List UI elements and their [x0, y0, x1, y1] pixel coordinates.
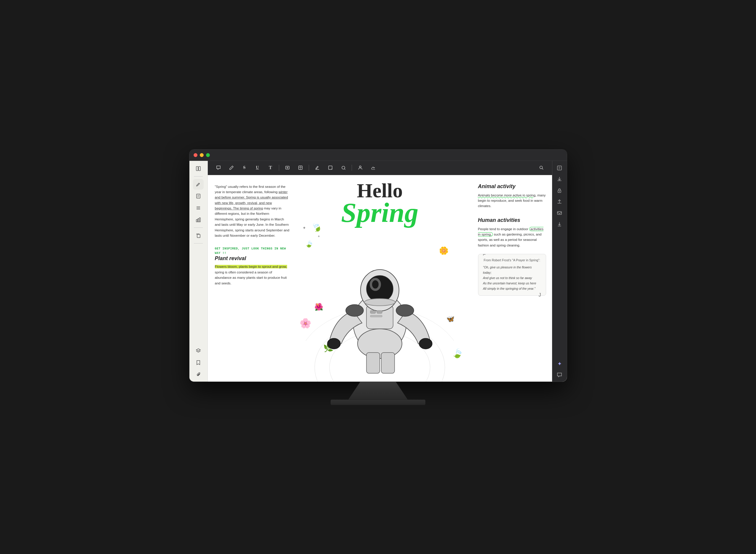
butterfly-deco: 🦋	[446, 315, 454, 323]
svg-point-32	[367, 276, 393, 302]
toolbar-underline-btn[interactable]: U	[253, 163, 262, 172]
toolbar-search-btn[interactable]	[537, 163, 546, 172]
sidebar-icon-list[interactable]	[193, 203, 204, 213]
yellow-leaf-deco: 🍃	[304, 239, 314, 249]
spring-text: Spring	[288, 200, 472, 225]
svg-rect-41	[370, 311, 376, 314]
orange-flower-deco: 🌸	[300, 318, 311, 329]
highlighted-plant-text: Flowers bloom, plants begin to sprout an…	[215, 265, 287, 268]
plant-revival-title: Plant revival	[215, 256, 290, 262]
left-column: "Spring" usually refers to the first sea…	[208, 175, 297, 382]
toolbar-textbox-btn[interactable]	[283, 163, 292, 172]
human-activities-text: People tend to engage in outdoor activit…	[478, 226, 546, 248]
right-sidebar-chat-btn[interactable]	[555, 370, 564, 380]
toolbar: S U T	[208, 161, 552, 175]
svg-point-37	[396, 304, 414, 316]
toolbar-freehand-btn[interactable]	[339, 163, 348, 172]
svg-point-34	[327, 338, 340, 349]
toolbar-sep-2	[309, 165, 309, 171]
sidebar-icon-chart[interactable]	[193, 215, 204, 225]
sidebar-divider-3	[194, 243, 203, 243]
svg-point-24	[540, 166, 542, 169]
intro-text: "Spring" usually refers to the first sea…	[215, 184, 290, 238]
center-area: Hello Spring	[288, 175, 472, 382]
monitor-stand	[349, 382, 407, 400]
monitor-base	[331, 400, 425, 405]
app-body: S U T	[189, 161, 567, 382]
plant-text: Flowers bloom, plants begin to sprout an…	[215, 264, 290, 286]
animal-text-underlined: Animals become more active in spring,	[478, 193, 537, 197]
sidebar-icon-pages[interactable]	[193, 191, 204, 202]
svg-point-44	[364, 298, 395, 306]
plant-revival-section: Get inspired, just look things in new wa…	[215, 246, 290, 286]
toolbar-strikethrough-btn[interactable]: S	[240, 163, 249, 172]
svg-rect-42	[377, 311, 382, 314]
toolbar-pen-btn[interactable]	[227, 163, 236, 172]
right-sidebar-export-btn[interactable]	[555, 174, 564, 184]
toolbar-sign-btn[interactable]	[369, 163, 378, 172]
plant-text-normal: spring is often considered a season of a…	[215, 271, 287, 285]
svg-rect-0	[196, 166, 198, 171]
quote-source: From Robert Frost's "A Prayer in Spring"…	[483, 258, 541, 262]
svg-point-50	[559, 191, 560, 192]
close-button[interactable]	[194, 153, 197, 157]
quote-text: "Oh, give us pleasure in the flowers tod…	[483, 265, 541, 291]
left-sidebar	[189, 161, 208, 382]
right-column: Animal activity Animals become more acti…	[472, 175, 552, 382]
content-wrapper: S U T	[208, 161, 552, 382]
sidebar-divider-2	[194, 227, 203, 228]
svg-rect-10	[198, 219, 199, 222]
svg-rect-51	[557, 212, 562, 215]
star-deco-2: ✦	[317, 234, 320, 238]
title-bar	[189, 150, 567, 161]
svg-point-36	[346, 304, 364, 316]
monitor-container: S U T	[0, 149, 756, 405]
svg-rect-11	[199, 218, 200, 222]
svg-rect-1	[199, 166, 200, 171]
svg-rect-40	[381, 352, 394, 373]
inspired-text: Get inspired, just look things in new wa…	[215, 246, 290, 256]
svg-rect-12	[197, 234, 200, 238]
maximize-button[interactable]	[206, 153, 210, 157]
svg-point-21	[342, 166, 345, 169]
svg-line-25	[542, 169, 543, 170]
hello-spring-heading: Hello Spring	[288, 181, 472, 225]
toolbar-highlight-btn[interactable]	[313, 163, 322, 172]
right-sidebar-mail-btn[interactable]	[555, 208, 564, 218]
toolbar-shape-btn[interactable]	[326, 163, 335, 172]
right-sidebar-ai-btn[interactable]: ✦	[555, 359, 564, 369]
toolbar-table-btn[interactable]	[296, 163, 305, 172]
animal-activity-text: Animals become more active in spring, ma…	[478, 192, 546, 209]
sidebar-icon-copy[interactable]	[193, 230, 204, 241]
astronaut-svg	[323, 228, 436, 382]
toolbar-sep-3	[352, 165, 352, 171]
human-activities-title: Human activities	[478, 217, 546, 223]
toolbar-person-btn[interactable]	[356, 163, 365, 172]
svg-rect-43	[370, 315, 382, 317]
sidebar-icon-attach[interactable]	[193, 369, 204, 380]
sidebar-icon-panel[interactable]	[193, 163, 204, 174]
flower-right-1: 🌼	[439, 246, 448, 256]
svg-point-35	[419, 338, 432, 349]
animal-activity-title: Animal activity	[478, 183, 546, 189]
sidebar-icon-bookmark[interactable]	[193, 357, 204, 368]
activities-highlighted: activities in spring,	[478, 227, 544, 236]
toolbar-sep-1	[279, 165, 279, 171]
monitor-screen: S U T	[189, 149, 567, 382]
sidebar-divider-1	[194, 176, 203, 177]
right-sidebar-ocr-btn[interactable]	[555, 163, 564, 173]
underlined-intro: winter and before summer. Spring is usua…	[215, 190, 288, 210]
pink-flower-deco: 🌺	[314, 303, 323, 311]
star-deco-1: ✦	[303, 225, 306, 230]
right-sidebar-download-btn[interactable]	[555, 220, 564, 229]
page-content: "Spring" usually refers to the first sea…	[208, 175, 552, 382]
right-sidebar-share-btn[interactable]	[555, 197, 564, 207]
toolbar-comment-btn[interactable]	[214, 163, 223, 172]
sidebar-icon-edit[interactable]	[193, 179, 204, 189]
minimize-button[interactable]	[200, 153, 204, 157]
toolbar-font-btn[interactable]: T	[266, 163, 275, 172]
svg-point-22	[359, 166, 361, 168]
sidebar-icon-layers[interactable]	[193, 345, 204, 356]
right-sidebar-lock-btn[interactable]	[555, 186, 564, 195]
quote-box: From Robert Frost's "A Prayer in Spring"…	[478, 254, 546, 296]
